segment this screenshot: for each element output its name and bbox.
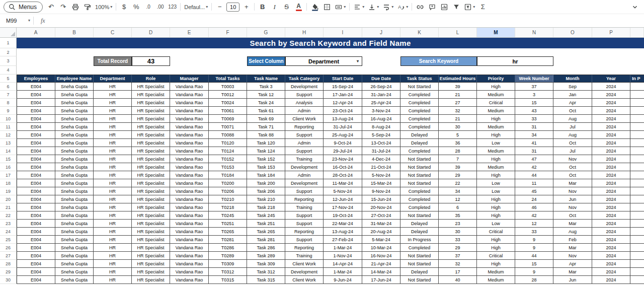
table-cell[interactable]: Sneha Gupta (55, 131, 94, 139)
table-cell[interactable]: Vandana Rao (170, 252, 209, 260)
table-cell[interactable]: T0281 (209, 236, 247, 244)
row-header-19[interactable]: 19 (0, 187, 17, 195)
table-cell[interactable]: HR (94, 203, 132, 211)
table-cell[interactable]: 31-Jan-24 (362, 91, 400, 99)
table-cell[interactable]: T0120 (209, 139, 247, 147)
table-cell[interactable]: Vandana Rao (170, 228, 209, 236)
table-cell[interactable]: 21-Apr-24 (362, 260, 400, 268)
table-cell[interactable]: 31 (515, 147, 553, 155)
row-header-24[interactable]: 24 (0, 228, 17, 236)
row-header-2[interactable]: 2 (0, 48, 17, 56)
table-cell[interactable]: T0289 (209, 252, 247, 260)
table-cell[interactable]: Training (285, 155, 324, 163)
table-cell[interactable]: HR (94, 195, 132, 203)
table-cell[interactable]: Sneha Gupta (55, 187, 94, 195)
table-cell[interactable]: Vandana Rao (170, 220, 209, 228)
table-cell[interactable]: Completed (400, 187, 439, 195)
column-header-J[interactable]: J (362, 28, 400, 37)
table-cell[interactable]: HR Specialist (132, 211, 170, 220)
hide-toolbar-button[interactable] (629, 2, 640, 13)
table-cell[interactable]: 15-Mar-24 (362, 179, 400, 187)
table-cell[interactable]: 5 (439, 131, 477, 139)
table-cell[interactable]: 21 (439, 115, 477, 123)
table-header-cell[interactable]: Task Name (247, 75, 285, 83)
table-cell[interactable]: Completed (400, 115, 439, 123)
horizontal-align-button[interactable]: ▾ (352, 2, 366, 13)
table-cell[interactable]: Client Work (285, 115, 324, 123)
table-cell[interactable]: 10-Mar-24 (362, 244, 400, 252)
vertical-align-button[interactable]: ▾ (366, 2, 380, 13)
table-cell[interactable]: Low (477, 139, 515, 147)
table-cell[interactable]: E004 (17, 195, 55, 203)
table-header-cell[interactable]: Start Date (324, 75, 362, 83)
table-cell[interactable]: Sneha Gupta (55, 83, 94, 91)
table-cell[interactable]: Support (285, 211, 324, 220)
table-cell[interactable]: 30 (439, 228, 477, 236)
table-cell[interactable]: 23 (439, 220, 477, 228)
table-cell[interactable]: Vandana Rao (170, 139, 209, 147)
table-cell[interactable]: 2024 (592, 236, 630, 244)
table-cell[interactable]: 16-Oct-24 (324, 163, 362, 171)
column-header-K[interactable]: K (400, 28, 439, 37)
table-cell[interactable]: E004 (17, 99, 55, 107)
table-cell[interactable]: Completed (400, 123, 439, 131)
row-header-23[interactable]: 23 (0, 220, 17, 228)
table-cell[interactable] (630, 236, 644, 244)
table-cell[interactable] (630, 203, 644, 211)
table-cell[interactable]: 2024 (592, 139, 630, 147)
table-cell[interactable]: Vandana Rao (170, 123, 209, 131)
table-cell[interactable]: 34 (515, 131, 553, 139)
empty-cells[interactable] (170, 56, 247, 66)
table-header-cell[interactable]: Week Number (515, 75, 553, 83)
table-cell[interactable] (630, 260, 644, 268)
table-cell[interactable]: Task 251 (247, 220, 285, 228)
table-cell[interactable]: E004 (17, 203, 55, 211)
table-cell[interactable]: Low (477, 220, 515, 228)
row-header-15[interactable]: 15 (0, 155, 17, 163)
table-header-cell[interactable]: Role (132, 75, 170, 83)
table-cell[interactable]: HR Specialist (132, 99, 170, 107)
table-cell[interactable]: Task 24 (247, 99, 285, 107)
table-cell[interactable]: Nov (553, 187, 592, 195)
table-cell[interactable]: Sneha Gupta (55, 236, 94, 244)
fill-color-button[interactable] (309, 2, 320, 13)
table-header-cell[interactable]: In P (630, 75, 644, 83)
table-cell[interactable]: Sep (553, 83, 592, 91)
text-wrap-button[interactable]: ▾ (381, 2, 395, 13)
table-cell[interactable]: 31 (515, 123, 553, 131)
table-cell[interactable]: 2024 (592, 131, 630, 139)
table-cell[interactable]: Completed (400, 147, 439, 155)
table-cell[interactable]: Apr (553, 260, 592, 268)
table-cell[interactable]: 12 (439, 195, 477, 203)
table-cell[interactable]: E004 (17, 268, 55, 276)
table-cell[interactable]: E004 (17, 171, 55, 179)
table-cell[interactable]: Mar (553, 179, 592, 187)
table-cell[interactable]: Critical (477, 252, 515, 260)
table-cell[interactable]: 23-Nov-24 (324, 155, 362, 163)
table-cell[interactable]: 2024 (592, 123, 630, 131)
table-cell[interactable]: 1-Mar-24 (324, 268, 362, 276)
table-cell[interactable]: Task 245 (247, 211, 285, 220)
table-cell[interactable]: Task 120 (247, 139, 285, 147)
table-cell[interactable] (630, 268, 644, 276)
table-cell[interactable]: Reporting (285, 123, 324, 131)
table-cell[interactable]: 1-Nov-24 (324, 252, 362, 260)
table-cell[interactable]: Task 265 (247, 228, 285, 236)
table-cell[interactable]: Vandana Rao (170, 131, 209, 139)
table-cell[interactable]: HR Specialist (132, 260, 170, 268)
table-cell[interactable]: Sneha Gupta (55, 91, 94, 99)
column-header-L[interactable]: L (439, 28, 477, 37)
table-cell[interactable]: HR Specialist (132, 203, 170, 211)
table-cell[interactable]: HR Specialist (132, 139, 170, 147)
table-cell[interactable]: Jun (553, 195, 592, 203)
table-cell[interactable]: 6 (439, 203, 477, 211)
table-cell[interactable]: Sneha Gupta (55, 179, 94, 187)
table-cell[interactable]: 32 (439, 107, 477, 115)
table-cell[interactable]: Vandana Rao (170, 195, 209, 203)
table-cell[interactable]: Task 184 (247, 171, 285, 179)
table-cell[interactable]: 27-Oct-24 (362, 211, 400, 220)
table-cell[interactable]: Feb (553, 236, 592, 244)
table-cell[interactable]: 5-Mar-24 (362, 236, 400, 244)
table-cell[interactable]: 14-Mar-24 (362, 268, 400, 276)
table-cell[interactable]: Task 286 (247, 244, 285, 252)
